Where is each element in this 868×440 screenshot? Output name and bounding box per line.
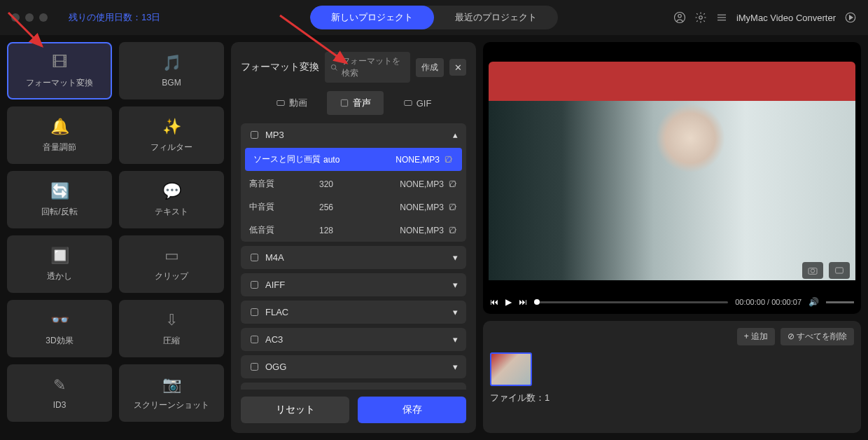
file-count: ファイル数：1: [490, 392, 854, 404]
tool-透かし[interactable]: 🔲透かし: [7, 235, 112, 293]
svg-rect-13: [404, 101, 412, 106]
tool-スクリーンショット[interactable]: 📷スクリーンショット: [119, 364, 224, 422]
tool-フィルター[interactable]: ✨フィルター: [119, 106, 224, 164]
format-head-AIFF[interactable]: AIFF▾: [241, 273, 466, 296]
fullscreen-button[interactable]: [829, 262, 850, 279]
format-group-AIFF: AIFF▾: [241, 273, 466, 296]
svg-point-9: [331, 64, 335, 69]
chevron-icon: ▾: [453, 389, 458, 390]
svg-rect-22: [251, 336, 258, 343]
tool-クリップ[interactable]: ▭クリップ: [119, 235, 224, 293]
codec: NONE,MP3: [400, 202, 444, 212]
format-name: OGG: [265, 362, 286, 372]
tool-テキスト[interactable]: 💬テキスト: [119, 171, 224, 228]
format-head-M4A[interactable]: M4A▾: [241, 246, 466, 269]
chevron-icon: ▾: [453, 252, 458, 263]
titlebar: 残りの使用日数：13日 新しいプロジェクト 最近のプロジェクト iMyMac V…: [0, 0, 868, 35]
format-search[interactable]: フォーマットを検索: [325, 52, 410, 83]
tool-音量調節[interactable]: 🔔音量調節: [7, 106, 112, 164]
snapshot-button[interactable]: [802, 262, 823, 279]
add-file-button[interactable]: + 追加: [737, 328, 775, 345]
next-button[interactable]: ⏭: [519, 297, 527, 307]
tool-label: フィルター: [150, 142, 192, 153]
tool-ID3[interactable]: ✎ID3: [7, 364, 112, 422]
file-thumbnail[interactable]: [490, 352, 532, 386]
close-panel-button[interactable]: ✕: [449, 59, 466, 76]
panel-title: フォーマット変換: [241, 61, 319, 74]
tool-label: ID3: [53, 400, 66, 410]
volume-icon[interactable]: 🔊: [808, 297, 819, 307]
create-button[interactable]: 作成: [416, 58, 444, 77]
camera-icon: [807, 265, 818, 276]
play-button[interactable]: ▶: [505, 297, 512, 307]
project-tabs: 新しいプロジェクト 最近のプロジェクト: [310, 6, 558, 29]
format-name: AIFF: [265, 280, 285, 290]
format-head-CAF[interactable]: CAF▾: [241, 383, 466, 390]
quality-row[interactable]: 低音質128NONE,MP3: [241, 219, 466, 242]
svg-rect-11: [276, 101, 284, 106]
svg-rect-12: [341, 99, 347, 106]
フィルター-icon: ✨: [162, 118, 181, 136]
prev-button[interactable]: ⏮: [490, 297, 498, 307]
progress-bar[interactable]: [534, 301, 728, 303]
chevron-icon: ▴: [453, 130, 458, 140]
menu-icon[interactable]: [715, 11, 728, 24]
format-group-CAF: CAF▾: [241, 383, 466, 390]
delete-all-button[interactable]: ⊘すべてを削除: [780, 328, 854, 345]
tab-new-project[interactable]: 新しいプロジェクト: [310, 6, 434, 29]
format-head-AC3[interactable]: AC3▾: [241, 328, 466, 351]
tool-BGM[interactable]: 🎵BGM: [119, 42, 224, 99]
subtab-gif[interactable]: GIF: [391, 91, 444, 115]
save-button[interactable]: 保存: [358, 397, 466, 423]
user-icon[interactable]: [673, 11, 686, 24]
format-group-FLAC: FLAC▾: [241, 301, 466, 324]
audio-icon: [340, 98, 349, 108]
audio-format-icon: [249, 252, 260, 263]
codec: NONE,MP3: [396, 155, 440, 165]
format-head-OGG[interactable]: OGG▾: [241, 355, 466, 378]
tool-label: 3D効果: [46, 335, 73, 347]
edit-icon[interactable]: [444, 155, 454, 165]
audio-format-icon: [249, 307, 260, 317]
format-head-FLAC[interactable]: FLAC▾: [241, 301, 466, 324]
回転/反転-icon: 🔄: [50, 182, 69, 200]
format-name: MP3: [265, 130, 284, 140]
edit-icon[interactable]: [448, 202, 458, 212]
chevron-icon: ▾: [453, 280, 458, 290]
format-group-AC3: AC3▾: [241, 328, 466, 351]
svg-rect-14: [251, 132, 258, 139]
edit-icon[interactable]: [448, 226, 458, 235]
svg-rect-23: [251, 364, 258, 371]
window-controls[interactable]: [11, 13, 48, 22]
tab-recent-projects[interactable]: 最近のプロジェクト: [434, 6, 558, 29]
settings-icon[interactable]: [694, 11, 707, 24]
tool-3D効果[interactable]: 👓3D効果: [7, 300, 112, 357]
tool-回転/反転[interactable]: 🔄回転/反転: [7, 171, 112, 228]
volume-slider[interactable]: [826, 301, 854, 303]
subtab-audio[interactable]: 音声: [327, 91, 384, 115]
tool-フォーマット変換[interactable]: 🎞フォーマット変換: [7, 42, 112, 99]
audio-format-icon: [249, 334, 260, 345]
tool-圧縮[interactable]: ⇩圧縮: [119, 300, 224, 357]
codec: NONE,MP3: [400, 179, 444, 189]
reset-button[interactable]: リセット: [241, 397, 349, 423]
quality-name: 中音質: [249, 201, 319, 213]
quality-row[interactable]: 高音質320NONE,MP3: [241, 172, 466, 195]
format-head-MP3[interactable]: MP3▴: [241, 123, 466, 146]
bitrate: auto: [323, 155, 396, 165]
quality-row[interactable]: ソースと同じ画質autoNONE,MP3: [245, 148, 462, 171]
tool-label: 圧縮: [163, 335, 180, 347]
chevron-icon: ▾: [453, 334, 458, 345]
3D効果-icon: 👓: [50, 311, 69, 329]
codec: NONE,MP3: [400, 226, 444, 235]
quality-row[interactable]: 中音質256NONE,MP3: [241, 195, 466, 219]
format-name: FLAC: [265, 307, 288, 317]
chevron-icon: ▾: [453, 362, 458, 372]
format-name: CAF: [265, 389, 284, 390]
tool-label: フォーマット変換: [26, 77, 93, 89]
BGM-icon: 🎵: [162, 54, 181, 72]
subtab-video[interactable]: 動画: [263, 91, 320, 115]
svg-point-4: [699, 16, 703, 20]
edit-icon[interactable]: [448, 179, 458, 189]
tool-label: 音量調節: [43, 142, 76, 153]
